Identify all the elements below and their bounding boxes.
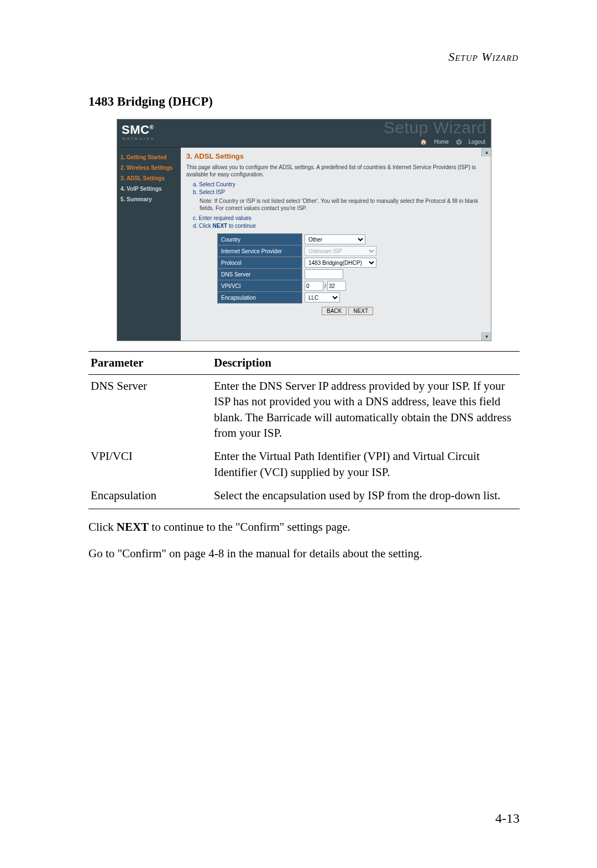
vci-input[interactable] [327,281,346,291]
paragraph-next: Click NEXT to continue to the "Confirm" … [88,519,520,535]
running-head: Setup Wizard [88,50,520,64]
settings-panel: ▴ 3. ADSL Settings This page allows you … [181,148,491,341]
wizard-watermark: Setup Wizard [384,119,486,137]
param-encap: Encapsulation [88,484,212,509]
param-vpivci: VPI/VCI [88,445,212,484]
step-b: b. Select ISP [193,189,484,195]
vpi-input[interactable] [305,281,323,291]
step-a: a. Select Country [193,181,484,187]
panel-note: Note: If Country or ISP is not listed se… [200,197,484,212]
encapsulation-select[interactable]: LLC [305,292,340,302]
registered-icon: ® [149,124,154,130]
dns-input[interactable] [305,269,343,279]
logout-link[interactable]: ⏻ Logout [456,139,485,145]
param-dns: DNS Server [88,375,212,446]
parameter-table: Parameter Description DNS Server Enter t… [88,351,520,509]
section-title: 1483 Bridging (DHCP) [88,95,520,109]
desc-dns: Enter the DNS Server IP address provided… [212,375,520,446]
label-country: Country [218,234,302,245]
param-header-parameter: Parameter [88,352,212,375]
sidebar-item-getting-started[interactable]: 1. Getting Started [121,152,179,163]
step-d-prefix: d. Click [193,223,213,229]
home-link-label: Home [434,139,449,145]
country-select[interactable]: Other [305,234,365,244]
isp-select[interactable]: Unknown ISP [305,246,376,256]
label-encap: Encapsulation [218,292,302,304]
panel-intro: This page allows you to configure the AD… [186,164,484,178]
sidebar-item-summary[interactable]: 5. Summary [121,194,179,205]
back-button[interactable]: BACK [322,307,347,315]
sidebar-item-voip[interactable]: 4. VoIP Settings [121,184,179,194]
panel-heading: 3. ADSL Settings [186,152,484,160]
step-d: d. Click NEXT to continue [193,223,484,229]
brand-text: SMC [122,123,149,137]
desc-vpivci: Enter the Virtual Path Identifier (VPI) … [212,445,520,484]
para1-bold: NEXT [117,520,149,534]
header-links: 🏠 Home ⏻ Logout [415,139,485,145]
paragraph-confirm: Go to "Confirm" on page 4-8 in the manua… [88,546,520,562]
settings-table: Country Other Internet Service Provider … [217,233,379,304]
home-link[interactable]: 🏠 Home [420,139,448,145]
step-d-suffix: to continue [227,223,256,229]
screenshot-header: SMC® N e t w o r k s Setup Wizard 🏠 Home… [117,119,491,148]
step-d-bold: NEXT [213,223,228,229]
label-protocol: Protocol [218,257,302,269]
sidebar-item-adsl[interactable]: 3. ADSL Settings [121,173,179,184]
logout-link-label: Logout [468,139,485,145]
slash-separator: / [323,283,327,289]
brand-logo: SMC® [122,123,154,137]
next-button[interactable]: NEXT [348,307,373,315]
label-isp: Internet Service Provider [218,245,302,257]
wizard-sidebar: 1. Getting Started 2. Wireless Settings … [117,148,181,341]
label-dns: DNS Server [218,269,302,280]
param-header-description: Description [212,352,520,375]
brand-subtext: N e t w o r k s [122,136,153,141]
page-number: 4-13 [495,811,520,826]
scroll-down-icon[interactable]: ▾ [481,332,491,341]
scroll-up-icon[interactable]: ▴ [481,148,491,156]
protocol-select[interactable]: 1483 Bridging(DHCP) [305,258,376,268]
router-screenshot: SMC® N e t w o r k s Setup Wizard 🏠 Home… [117,119,491,341]
sidebar-item-wireless[interactable]: 2. Wireless Settings [121,163,179,173]
step-c: c. Enter required values [193,215,484,221]
desc-encap: Select the encapsulation used by ISP fro… [212,484,520,509]
label-vpivci: VPI/VCI [218,280,302,292]
para1-pre: Click [88,520,117,534]
para1-post: to continue to the "Confirm" settings pa… [149,520,350,534]
